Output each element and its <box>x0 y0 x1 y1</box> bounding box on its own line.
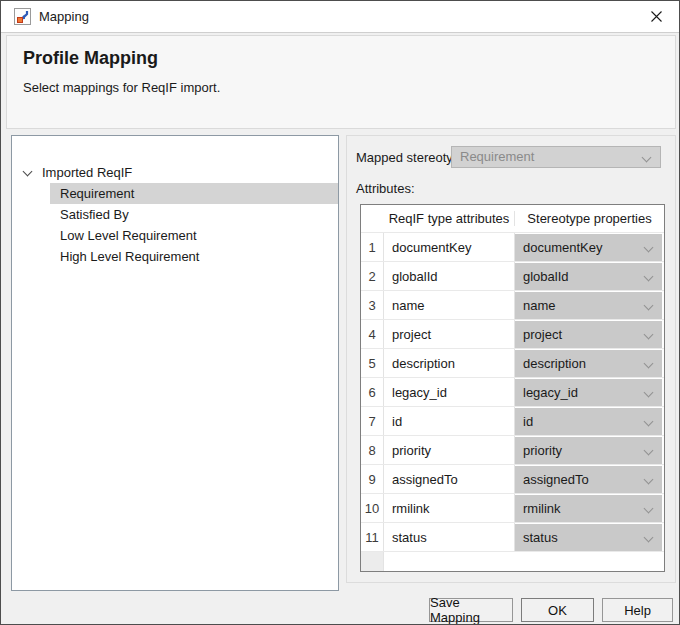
stereotype-property-select[interactable]: globalId <box>515 263 662 290</box>
table-row: 5descriptiondescription <box>361 348 664 377</box>
reqif-attribute-cell: legacy_id <box>384 378 515 406</box>
window-title: Mapping <box>39 9 89 24</box>
row-number: 9 <box>361 465 384 493</box>
table-empty-area <box>361 551 664 572</box>
tree-item-label: Satisfied By <box>60 207 129 222</box>
stereotype-property-value: id <box>523 414 533 429</box>
mapping-dialog: Mapping Profile Mapping Select mappings … <box>0 0 680 625</box>
table-row: 3namename <box>361 290 664 319</box>
row-number: 10 <box>361 494 384 522</box>
table-row: 7idid <box>361 406 664 435</box>
chevron-down-icon <box>644 272 654 282</box>
column-header-stereotype-properties: Stereotype properties <box>515 211 664 226</box>
table-row: 1documentKeydocumentKey <box>361 232 664 261</box>
tree-item-satisfied-by[interactable]: Satisfied By <box>50 204 338 225</box>
stereotype-property-value: name <box>523 298 556 313</box>
chevron-down-icon <box>644 504 654 514</box>
chevron-down-icon <box>644 533 654 543</box>
row-number: 4 <box>361 320 384 348</box>
stereotype-property-select[interactable]: documentKey <box>515 234 662 261</box>
stereotype-property-select[interactable]: id <box>515 408 662 435</box>
reqif-attribute-cell: project <box>384 320 515 348</box>
titlebar: Mapping <box>1 1 679 33</box>
mapping-app-icon <box>14 8 31 25</box>
mapped-stereotype-select: Requirement <box>451 146 661 168</box>
column-header-reqif-attributes: ReqIF type attributes <box>384 211 515 226</box>
row-number-column-filler <box>361 552 384 572</box>
table-row: 4projectproject <box>361 319 664 348</box>
chevron-down-icon <box>644 388 654 398</box>
mapped-stereotype-value: Requirement <box>460 149 534 164</box>
stereotype-property-value: assignedTo <box>523 472 589 487</box>
tree-item-label: Low Level Requirement <box>60 228 197 243</box>
chevron-down-icon <box>644 330 654 340</box>
reqif-tree-panel: Imported ReqIF RequirementSatisfied ByLo… <box>11 135 339 591</box>
chevron-down-icon <box>644 446 654 456</box>
reqif-attribute-cell: priority <box>384 436 515 464</box>
tree-item-label: Requirement <box>60 186 134 201</box>
tree-item-low-level-requirement[interactable]: Low Level Requirement <box>50 225 338 246</box>
table-row: 8prioritypriority <box>361 435 664 464</box>
row-number: 1 <box>361 233 384 261</box>
stereotype-property-value: project <box>523 327 562 342</box>
help-button[interactable]: Help <box>602 598 673 622</box>
table-row: 11statusstatus <box>361 522 664 551</box>
ok-button[interactable]: OK <box>521 598 594 622</box>
stereotype-property-value: rmilink <box>523 501 561 516</box>
mapping-detail-panel: Mapped stereotype: Requirement Attribute… <box>346 135 676 583</box>
stereotype-property-select[interactable]: name <box>515 292 662 319</box>
table-row: 10rmilinkrmilink <box>361 493 664 522</box>
page-subtitle: Select mappings for ReqIF import. <box>23 80 220 95</box>
table-row: 2globalIdglobalId <box>361 261 664 290</box>
tree-item-requirement[interactable]: Requirement <box>50 183 338 204</box>
stereotype-property-select[interactable]: legacy_id <box>515 379 662 406</box>
save-mapping-button[interactable]: Save Mapping <box>429 598 513 622</box>
chevron-down-icon <box>644 417 654 427</box>
row-number: 8 <box>361 436 384 464</box>
stereotype-property-value: status <box>523 530 558 545</box>
tree-root-imported-reqif[interactable]: Imported ReqIF <box>12 162 338 183</box>
stereotype-property-select[interactable]: description <box>515 350 662 377</box>
stereotype-property-value: documentKey <box>523 240 603 255</box>
tree-root-label: Imported ReqIF <box>42 165 132 180</box>
row-number: 2 <box>361 262 384 290</box>
stereotype-property-value: legacy_id <box>523 385 578 400</box>
reqif-attribute-cell: assignedTo <box>384 465 515 493</box>
row-number: 7 <box>361 407 384 435</box>
attributes-table-body: 1documentKeydocumentKey2globalIdglobalId… <box>361 232 664 551</box>
stereotype-property-value: priority <box>523 443 562 458</box>
reqif-attribute-cell: documentKey <box>384 233 515 261</box>
reqif-attribute-cell: status <box>384 523 515 551</box>
chevron-down-icon <box>644 475 654 485</box>
stereotype-property-select[interactable]: priority <box>515 437 662 464</box>
tree-item-label: High Level Requirement <box>60 249 199 264</box>
row-number: 5 <box>361 349 384 377</box>
attributes-label: Attributes: <box>356 181 415 196</box>
chevron-down-icon <box>642 153 652 163</box>
tree-item-high-level-requirement[interactable]: High Level Requirement <box>50 246 338 267</box>
close-button[interactable] <box>633 1 679 32</box>
reqif-attribute-cell: name <box>384 291 515 319</box>
stereotype-property-select[interactable]: rmilink <box>515 495 662 522</box>
stereotype-property-value: globalId <box>523 269 569 284</box>
table-header-row: ReqIF type attributes Stereotype propert… <box>361 205 664 232</box>
tree-children: RequirementSatisfied ByLow Level Require… <box>12 183 338 267</box>
table-row: 6legacy_idlegacy_id <box>361 377 664 406</box>
chevron-down-icon[interactable] <box>23 167 33 177</box>
chevron-down-icon <box>644 359 654 369</box>
stereotype-property-select[interactable]: status <box>515 524 662 551</box>
row-number: 3 <box>361 291 384 319</box>
chevron-down-icon <box>644 243 654 253</box>
reqif-attribute-cell: id <box>384 407 515 435</box>
close-icon <box>651 11 662 22</box>
stereotype-property-select[interactable]: assignedTo <box>515 466 662 493</box>
header-panel: Profile Mapping Select mappings for ReqI… <box>6 35 676 129</box>
reqif-attribute-cell: globalId <box>384 262 515 290</box>
row-number: 11 <box>361 523 384 551</box>
stereotype-property-select[interactable]: project <box>515 321 662 348</box>
chevron-down-icon <box>644 301 654 311</box>
reqif-attribute-cell: description <box>384 349 515 377</box>
row-number: 6 <box>361 378 384 406</box>
page-title: Profile Mapping <box>23 48 158 69</box>
table-row: 9assignedToassignedTo <box>361 464 664 493</box>
